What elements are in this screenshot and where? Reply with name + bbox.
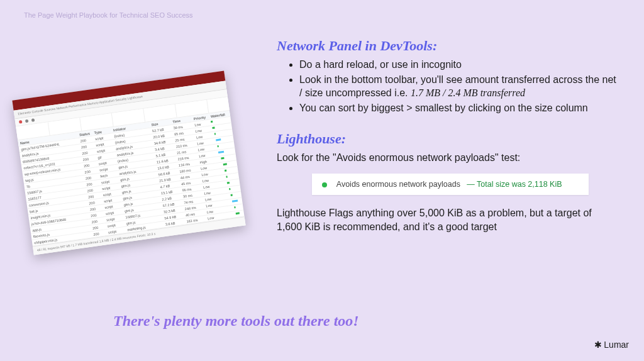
- breadcrumb: The Page Weight Playbook for Technical S…: [24, 11, 193, 19]
- section-title-devtools: Network Panel in DevTools:: [277, 38, 619, 54]
- filter-icon: [31, 118, 35, 122]
- devtools-screenshot: Elements Console Sources Network Perform…: [12, 71, 245, 255]
- bottom-callout: There's plenty more tools out there too!: [113, 313, 359, 330]
- devtools-bullets: Do a hard reload, or use in incognito Lo…: [299, 58, 619, 114]
- bullet-item: Do a hard reload, or use in incognito: [299, 58, 619, 72]
- bullet-item: Look in the bottom toolbar, you'll see a…: [299, 73, 619, 100]
- section-title-lighthouse: Lighthouse:: [277, 131, 619, 147]
- brand-name: Lumar: [604, 340, 629, 350]
- status-dot-green-icon: [322, 182, 327, 187]
- lighthouse-separator: —: [467, 180, 475, 189]
- record-icon: [19, 120, 23, 124]
- brand-mark-icon: ✱: [594, 340, 601, 350]
- clear-icon: [25, 119, 29, 123]
- bullet-item: You can sort by biggest > smallest by cl…: [299, 101, 619, 115]
- brand-logo: ✱Lumar: [594, 340, 629, 350]
- content-column: Network Panel in DevTools: Do a hard rel…: [277, 38, 619, 233]
- lighthouse-test-name: Avoids enormous network payloads: [336, 180, 460, 189]
- lighthouse-intro: Look for the "Avoids enormous network pa…: [277, 151, 619, 165]
- lighthouse-body: Lighthouse Flags anything over 5,000 KiB…: [277, 206, 619, 233]
- bullet-emphasis: 1.7 MB / 2.4 MB transferred: [411, 87, 525, 98]
- lighthouse-result-panel: Avoids enormous network payloads — Total…: [312, 174, 589, 195]
- lighthouse-result-text: Total size was 2,118 KiB: [477, 180, 562, 189]
